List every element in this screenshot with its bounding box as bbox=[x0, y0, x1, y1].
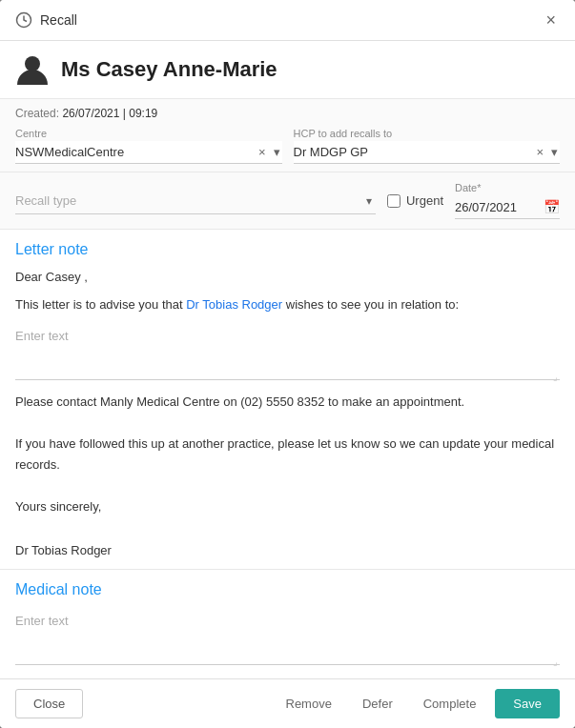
medical-text-wrapper: ⌟ bbox=[15, 608, 560, 669]
recall-dialog: Recall × Ms Casey Anne-Marie Created: 26… bbox=[0, 0, 575, 728]
date-label: Date* bbox=[455, 182, 560, 193]
calendar-icon[interactable]: 📅 bbox=[544, 199, 560, 214]
medical-section-title: Medical note bbox=[15, 581, 560, 598]
letter-text-input[interactable] bbox=[15, 323, 560, 380]
date-container: Date* 26/07/2021 📅 bbox=[455, 182, 560, 219]
hcp-clear-button[interactable]: × bbox=[534, 146, 545, 158]
footer-right: Remove Defer Complete Save bbox=[275, 689, 561, 718]
signature-section: Dr Tobias Rodger bbox=[15, 529, 560, 557]
letter-body: Please contact Manly Medical Centre on (… bbox=[15, 392, 560, 518]
complete-button[interactable]: Complete bbox=[412, 690, 488, 718]
centre-field-container: NSWMedicalCentre × ▾ bbox=[15, 141, 282, 164]
letter-signature: Dr Tobias Rodger bbox=[15, 543, 112, 557]
hcp-label: HCP to add recalls to bbox=[294, 128, 561, 139]
resize-handle-icon: ⌟ bbox=[553, 372, 558, 382]
centre-label: Centre bbox=[15, 128, 282, 139]
dialog-close-button[interactable]: × bbox=[542, 10, 560, 30]
dialog-title: Recall bbox=[40, 12, 77, 28]
dialog-body: Created: 26/07/2021 | 09:19 Centre NSWMe… bbox=[0, 99, 575, 678]
medical-resize-handle-icon: ⌟ bbox=[553, 657, 558, 667]
medical-text-input[interactable] bbox=[15, 608, 560, 665]
save-button[interactable]: Save bbox=[495, 689, 560, 718]
created-value: 26/07/2021 | 09:19 bbox=[62, 107, 157, 120]
created-row: Created: 26/07/2021 | 09:19 bbox=[15, 107, 560, 120]
date-value: 26/07/2021 bbox=[455, 200, 544, 214]
close-button[interactable]: Close bbox=[15, 689, 83, 718]
recall-type-container: Recall type ▾ bbox=[15, 188, 376, 214]
header-left: Recall bbox=[15, 11, 77, 29]
meta-section: Created: 26/07/2021 | 09:19 Centre NSWMe… bbox=[0, 99, 575, 172]
letter-section: Letter note Dear Casey , This letter is … bbox=[0, 230, 575, 570]
urgent-checkbox[interactable] bbox=[387, 194, 400, 208]
letter-greeting: Dear Casey , bbox=[15, 268, 560, 288]
clock-icon bbox=[15, 11, 32, 29]
hcp-icons: × ▾ bbox=[534, 146, 560, 158]
hcp-value: Dr MDGP GP bbox=[294, 145, 535, 159]
hcp-field-container: Dr MDGP GP × ▾ bbox=[294, 141, 561, 164]
letter-intro: This letter is to advise you that Dr Tob… bbox=[15, 295, 560, 315]
urgent-label: Urgent bbox=[406, 193, 443, 208]
letter-intro-end: wishes to see you in relation to: bbox=[282, 297, 459, 312]
medical-section: Medical note ⌟ bbox=[0, 570, 575, 678]
urgent-container: Urgent bbox=[387, 193, 443, 208]
svg-point-1 bbox=[25, 56, 40, 71]
letter-body-line1: Please contact Manly Medical Centre on (… bbox=[15, 392, 560, 413]
remove-button[interactable]: Remove bbox=[275, 690, 343, 718]
created-label: Created: bbox=[15, 107, 59, 120]
dialog-footer: Close Remove Defer Complete Save bbox=[0, 678, 575, 728]
letter-closing: Yours sincerely, bbox=[15, 496, 560, 517]
patient-section: Ms Casey Anne-Marie bbox=[0, 41, 575, 99]
date-field: 26/07/2021 📅 bbox=[455, 195, 560, 219]
hcp-field-group: HCP to add recalls to Dr MDGP GP × ▾ bbox=[294, 128, 561, 164]
letter-section-title: Letter note bbox=[15, 241, 560, 258]
patient-name: Ms Casey Anne-Marie bbox=[61, 57, 277, 82]
footer-left: Close bbox=[15, 689, 83, 718]
letter-doctor-name: Dr Tobias Rodger bbox=[186, 297, 282, 312]
centre-value: NSWMedicalCentre bbox=[15, 145, 257, 159]
centre-icons: × ▾ bbox=[257, 146, 282, 158]
dialog-header: Recall × bbox=[0, 0, 575, 41]
recall-type-select[interactable]: Recall type bbox=[15, 188, 376, 214]
letter-intro-text: This letter is to advise you that bbox=[15, 297, 186, 312]
hcp-dropdown-button[interactable]: ▾ bbox=[549, 146, 560, 158]
centre-field-group: Centre NSWMedicalCentre × ▾ bbox=[15, 128, 282, 164]
defer-button[interactable]: Defer bbox=[351, 690, 404, 718]
fields-row: Centre NSWMedicalCentre × ▾ HCP to add r… bbox=[15, 128, 560, 164]
letter-text-wrapper: ⌟ bbox=[15, 323, 560, 384]
centre-dropdown-button[interactable]: ▾ bbox=[272, 146, 282, 158]
recall-row: Recall type ▾ Urgent Date* 26/07/2021 📅 bbox=[0, 172, 575, 230]
centre-clear-button[interactable]: × bbox=[257, 146, 268, 158]
person-icon bbox=[15, 52, 50, 87]
letter-body-line2: If you have followed this up at another … bbox=[15, 434, 560, 475]
